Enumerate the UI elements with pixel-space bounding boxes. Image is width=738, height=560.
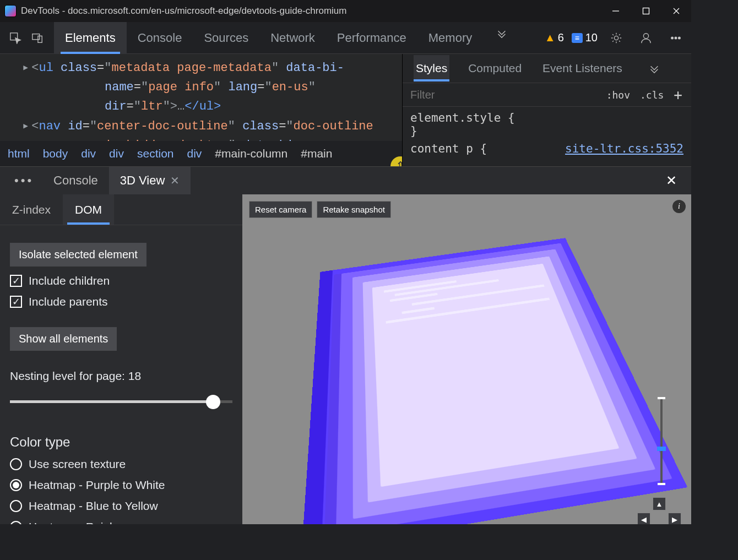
drawer: ••• Console 3D View ✕ ✕ Z-index DOM Isol… <box>0 166 691 524</box>
drawer-tab-3dview-label: 3D View <box>120 173 165 188</box>
include-parents-checkbox[interactable]: Include parents <box>10 295 232 308</box>
upper-split: ▸<ul class="metadata page-metadata" data… <box>0 54 691 166</box>
radio-icon <box>10 479 22 491</box>
svg-point-9 <box>671 37 674 39</box>
new-style-rule-button[interactable]: + <box>674 86 682 103</box>
radio-heatmap-purple-white[interactable]: Heatmap - Purple to White <box>10 479 232 492</box>
pan-right-button[interactable]: ▶ <box>668 513 681 524</box>
drawer-tab-3dview[interactable]: 3D View ✕ <box>109 167 191 194</box>
cls-toggle[interactable]: .cls <box>640 89 664 101</box>
crumb-body[interactable]: body <box>43 147 68 160</box>
crumb-div-3[interactable]: div <box>187 147 202 160</box>
checkbox-icon <box>10 275 22 287</box>
tab-memory[interactable]: Memory <box>417 22 483 54</box>
drawer-close-button[interactable]: ✕ <box>657 173 686 188</box>
show-all-elements-button[interactable]: Show all elements <box>10 327 117 351</box>
styles-tab-styles[interactable]: Styles <box>414 55 449 81</box>
window-title: DevTools - docs.microsoft.com/en-us/micr… <box>21 6 346 17</box>
minimize-button[interactable] <box>600 0 631 22</box>
close-button[interactable] <box>661 0 691 22</box>
pan-controls: ▲ ▼ ◀ ▶ <box>637 497 681 524</box>
hov-toggle[interactable]: :hov <box>606 89 630 101</box>
viewport-info-icon[interactable]: i <box>672 200 686 213</box>
crumb-main[interactable]: #main <box>301 147 332 160</box>
sidebar-tab-dom[interactable]: DOM <box>63 194 114 225</box>
warning-triangle-icon: ▲ <box>545 31 556 44</box>
retake-snapshot-button[interactable]: Retake snapshot <box>317 201 391 218</box>
svg-point-8 <box>643 33 648 38</box>
tab-console[interactable]: Console <box>127 22 193 54</box>
tab-network[interactable]: Network <box>259 22 326 54</box>
drawer-tab-console[interactable]: Console <box>42 167 109 194</box>
include-children-label: Include children <box>29 274 110 287</box>
svg-point-7 <box>614 36 618 40</box>
slider-thumb[interactable] <box>206 395 220 409</box>
warnings-badge[interactable]: ▲ 6 <box>545 31 564 44</box>
crumb-html[interactable]: html <box>8 147 30 160</box>
crumb-section[interactable]: section <box>137 147 174 160</box>
styles-more-tabs-chevron-icon[interactable] <box>643 57 665 79</box>
warnings-count: 6 <box>558 31 564 44</box>
inspect-element-icon[interactable] <box>4 27 26 49</box>
tab-elements[interactable]: Elements <box>54 22 127 54</box>
include-children-checkbox[interactable]: Include children <box>10 274 232 287</box>
device-emulation-icon[interactable] <box>26 27 48 49</box>
radio-heatmap-rainbow[interactable]: Heatmap - Rainbow <box>10 520 232 524</box>
radio-icon <box>10 458 22 470</box>
tab-performance[interactable]: Performance <box>326 22 417 54</box>
breadcrumbs: html body div div section div #main-colu… <box>0 141 402 166</box>
rule-element-style-open: element.style { <box>410 111 683 124</box>
messages-badge[interactable]: ≡ 10 <box>572 31 598 44</box>
styles-tab-event-listeners[interactable]: Event Listeners <box>540 55 625 81</box>
rule-source-link[interactable]: site-ltr.css:5352 <box>565 142 683 155</box>
styles-pane: Styles Computed Event Listeners :hov .cl… <box>402 54 691 166</box>
drawer-tab-3dview-close-icon[interactable]: ✕ <box>170 174 180 187</box>
main-tabstrip: Elements Console Sources Network Perform… <box>0 22 691 54</box>
more-tabs-chevron-icon[interactable] <box>491 22 513 44</box>
svg-point-10 <box>675 37 677 39</box>
checkbox-icon <box>10 296 22 308</box>
reset-camera-button[interactable]: Reset camera <box>249 201 312 218</box>
drawer-more-icon[interactable]: ••• <box>14 173 34 188</box>
app-favicon <box>4 5 17 17</box>
drawer-sidebar: Z-index DOM Isolate selected element Inc… <box>0 194 242 524</box>
svg-rect-5 <box>32 34 40 39</box>
pan-left-button[interactable]: ◀ <box>637 513 650 524</box>
crumb-div-1[interactable]: div <box>81 147 96 160</box>
rule-content-p: content p { <box>410 142 487 155</box>
nesting-level-slider[interactable] <box>10 394 232 410</box>
more-options-icon[interactable] <box>665 27 687 49</box>
messages-count: 10 <box>585 31 598 44</box>
profile-avatar-icon[interactable] <box>635 27 657 49</box>
tab-sources[interactable]: Sources <box>193 22 259 54</box>
elements-pane: ▸<ul class="metadata page-metadata" data… <box>0 54 402 166</box>
radio-label: Use screen texture <box>29 458 126 471</box>
radio-icon <box>10 500 22 512</box>
zoom-slider[interactable] <box>660 397 663 485</box>
crumb-div-2[interactable]: div <box>109 147 124 160</box>
radio-label: Heatmap - Rainbow <box>29 520 131 524</box>
crumb-main-column[interactable]: #main-column <box>215 147 287 160</box>
radio-label: Heatmap - Purple to White <box>29 479 165 492</box>
dom-tree[interactable]: ▸<ul class="metadata page-metadata" data… <box>0 54 402 141</box>
styles-tab-computed[interactable]: Computed <box>466 55 524 81</box>
message-icon: ≡ <box>572 33 583 43</box>
title-bar: DevTools - docs.microsoft.com/en-us/micr… <box>0 0 691 22</box>
maximize-button[interactable] <box>631 0 661 22</box>
radio-screen-texture[interactable]: Use screen texture <box>10 458 232 471</box>
radio-heatmap-blue-yellow[interactable]: Heatmap - Blue to Yellow <box>10 499 232 513</box>
pan-up-button[interactable]: ▲ <box>653 497 666 510</box>
svg-point-11 <box>679 37 681 39</box>
rule-element-style-close: } <box>410 124 683 138</box>
isolate-element-button[interactable]: Isolate selected element <box>10 243 146 267</box>
nesting-level-label: Nesting level for page: 18 <box>10 369 232 383</box>
radio-label: Heatmap - Blue to Yellow <box>29 499 158 513</box>
drawer-tabstrip: ••• Console 3D View ✕ ✕ <box>0 167 691 194</box>
zoom-slider-thumb[interactable] <box>657 447 666 451</box>
sidebar-tab-zindex[interactable]: Z-index <box>0 194 63 225</box>
styles-rules[interactable]: element.style { } content p { site-ltr.c… <box>403 107 691 160</box>
settings-gear-icon[interactable] <box>605 27 627 49</box>
styles-filter-input[interactable] <box>403 89 598 101</box>
color-type-title: Color type <box>10 434 232 450</box>
3d-viewport[interactable]: Reset camera Retake snapshot i <box>242 194 691 524</box>
